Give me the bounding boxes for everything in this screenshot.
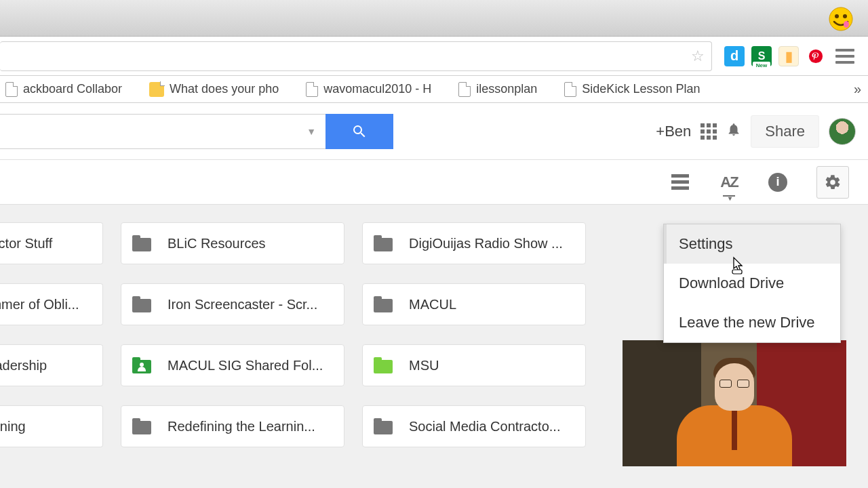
- folder-label: Redefining the Learnin...: [167, 419, 315, 434]
- pinterest-extension-icon[interactable]: [806, 46, 826, 66]
- bookmark-doc-icon: [458, 82, 471, 97]
- sort-az-icon[interactable]: AZ: [719, 172, 739, 192]
- folder-icon: [374, 357, 393, 373]
- extension-icons: d S ▮: [716, 46, 868, 66]
- folder-item[interactable]: s106 Summer of Obli...: [0, 283, 103, 325]
- drive-toolbar: AZ i: [0, 160, 868, 205]
- shared-folder-icon: [132, 357, 151, 373]
- search-button[interactable]: [326, 114, 393, 149]
- folder-icon: [374, 235, 393, 251]
- settings-menu-item[interactable]: Leave the new Drive: [664, 303, 840, 342]
- folder-label: Iron Screencaster - Scr...: [167, 297, 317, 312]
- webcam-overlay: [623, 340, 846, 466]
- bookmark-doc-icon: [5, 82, 18, 97]
- svg-point-1: [835, 14, 839, 18]
- apps-grid-icon[interactable]: [701, 123, 717, 140]
- app-header: ▼ +Ben Share: [0, 103, 868, 160]
- smiley-icon: [829, 7, 853, 31]
- settings-menu-item[interactable]: Settings: [664, 224, 840, 264]
- folder-label: MSU: [409, 358, 439, 373]
- bookmark-label: wavomacul2010 - H: [323, 82, 431, 96]
- share-button[interactable]: Share: [751, 115, 819, 148]
- folder-label: DigiOuijas Radio Show ...: [409, 236, 563, 251]
- settings-menu-item[interactable]: Download Drive: [664, 264, 840, 303]
- bookmark-item[interactable]: ilessonplan: [458, 82, 537, 97]
- svg-point-3: [844, 21, 849, 28]
- folder-label: Social Media Contracto...: [409, 419, 560, 434]
- bookmark-doc-icon: [306, 82, 318, 97]
- bookmark-star-icon[interactable]: ☆: [691, 47, 705, 65]
- svg-point-0: [829, 7, 852, 30]
- bookmark-item[interactable]: ackboard Collabor: [5, 82, 122, 97]
- account-avatar[interactable]: [829, 118, 856, 145]
- notifications-icon[interactable]: [726, 121, 741, 142]
- url-input[interactable]: ☆: [0, 41, 712, 71]
- bookmark-doc-icon: [564, 82, 576, 97]
- folder-item[interactable]: Redefining the Learnin...: [121, 405, 344, 447]
- folder-icon: [132, 418, 151, 434]
- folder-icon: [132, 296, 151, 312]
- folder-icon: [374, 296, 393, 312]
- bookmark-label: What does your pho: [170, 82, 279, 96]
- folder-item[interactable]: Iron Screencaster - Scr...: [121, 283, 344, 325]
- folder-item[interactable]: LiC Instructor Stuff: [0, 222, 103, 264]
- browser-url-row: ☆ d S ▮: [0, 37, 868, 76]
- settings-dropdown: SettingsDownload DriveLeave the new Driv…: [663, 224, 841, 343]
- folder-label: LiC Instructor Stuff: [0, 236, 52, 251]
- google-plus-link[interactable]: +Ben: [656, 123, 691, 140]
- folder-item[interactable]: MSU: [362, 344, 586, 386]
- bookmark-label: ilessonplan: [476, 82, 537, 96]
- folder-item[interactable]: DigiOuijas Radio Show ...: [362, 222, 586, 264]
- folder-item[interactable]: MACUL: [362, 283, 586, 325]
- bookmarks-overflow-icon[interactable]: »: [854, 81, 861, 97]
- folder-item[interactable]: ACUL Leadership: [0, 344, 103, 386]
- folder-label: ayful Learning: [0, 419, 26, 434]
- settings-gear-button[interactable]: [816, 166, 849, 199]
- folder-icon: [132, 235, 151, 251]
- browser-menu-icon[interactable]: [835, 49, 854, 64]
- folder-label: MACUL SIG Shared Fol...: [167, 358, 323, 373]
- gear-icon: [824, 174, 842, 191]
- bookmark-label: ackboard Collabor: [23, 82, 122, 96]
- info-icon[interactable]: i: [768, 172, 788, 192]
- folder-item[interactable]: MACUL SIG Shared Fol...: [121, 344, 344, 386]
- search-dropdown-icon[interactable]: ▼: [307, 126, 316, 137]
- diigo-extension-icon[interactable]: d: [724, 46, 745, 66]
- bookmark-doc-icon: [149, 82, 164, 97]
- magnify-icon: [351, 123, 368, 140]
- svg-point-2: [843, 14, 847, 18]
- browser-titlebar: [0, 0, 868, 37]
- folder-item[interactable]: BLiC Resources: [121, 222, 344, 264]
- search-wrap: ▼: [0, 114, 393, 149]
- bookmark-item[interactable]: wavomacul2010 - H: [306, 82, 431, 97]
- folder-icon: [374, 418, 393, 434]
- folder-label: BLiC Resources: [167, 236, 266, 251]
- folder-item[interactable]: ayful Learning: [0, 405, 103, 447]
- search-input[interactable]: ▼: [0, 114, 326, 149]
- svg-point-4: [809, 49, 823, 62]
- bookmark-label: SideKick Lesson Plan: [582, 82, 700, 96]
- snew-extension-icon[interactable]: S: [751, 46, 772, 66]
- folder-label: ACUL Leadership: [0, 358, 47, 373]
- file-extension-icon[interactable]: ▮: [778, 46, 799, 66]
- folder-label: s106 Summer of Obli...: [0, 297, 79, 312]
- folder-item[interactable]: Social Media Contracto...: [362, 405, 586, 447]
- bookmarks-bar: ackboard CollaborWhat does your phowavom…: [0, 76, 868, 103]
- list-view-icon[interactable]: [670, 172, 690, 192]
- bookmark-item[interactable]: SideKick Lesson Plan: [564, 82, 700, 97]
- folder-label: MACUL: [409, 297, 456, 312]
- bookmark-item[interactable]: What does your pho: [149, 82, 279, 97]
